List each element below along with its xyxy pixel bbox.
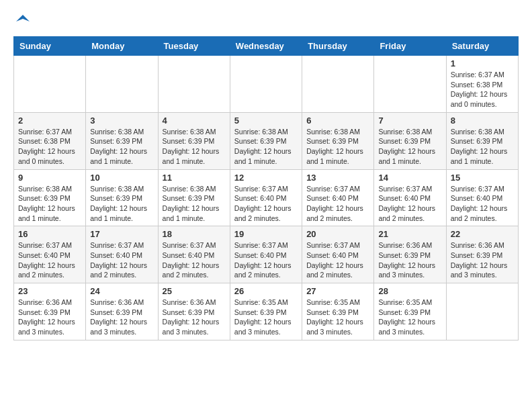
calendar-cell: 20Sunrise: 6:37 AMSunset: 6:40 PMDayligh… [302,226,374,283]
day-info: Sunrise: 6:38 AMSunset: 6:39 PMDaylight:… [163,127,226,167]
calendar-cell: 21Sunrise: 6:36 AMSunset: 6:39 PMDayligh… [374,226,446,283]
day-info: Sunrise: 6:38 AMSunset: 6:39 PMDaylight:… [90,127,153,167]
day-number: 10 [90,173,153,183]
calendar-cell: 5Sunrise: 6:38 AMSunset: 6:39 PMDaylight… [230,112,302,169]
day-number: 26 [234,286,298,296]
day-info: Sunrise: 6:35 AMSunset: 6:39 PMDaylight:… [378,298,441,337]
calendar-cell: 6Sunrise: 6:38 AMSunset: 6:39 PMDaylight… [302,112,374,169]
day-number: 28 [378,286,441,296]
day-number: 2 [18,116,81,126]
calendar-cell [446,283,518,340]
logo-icon [15,13,31,30]
calendar-cell: 10Sunrise: 6:38 AMSunset: 6:39 PMDayligh… [86,169,158,226]
day-number: 9 [18,173,81,183]
day-info: Sunrise: 6:38 AMSunset: 6:39 PMDaylight:… [234,127,298,167]
day-number: 21 [378,229,441,239]
calendar-cell [302,56,374,113]
calendar-cell: 12Sunrise: 6:37 AMSunset: 6:40 PMDayligh… [230,169,302,226]
day-number: 12 [234,173,298,183]
day-number: 1 [451,58,514,68]
calendar-cell: 15Sunrise: 6:37 AMSunset: 6:40 PMDayligh… [446,169,518,226]
day-number: 14 [378,173,441,183]
day-number: 6 [306,116,369,126]
calendar-cell: 7Sunrise: 6:38 AMSunset: 6:39 PMDaylight… [374,112,446,169]
day-number: 3 [90,116,153,126]
calendar-cell: 27Sunrise: 6:35 AMSunset: 6:39 PMDayligh… [302,283,374,340]
day-number: 24 [90,286,153,296]
calendar-header-monday: Monday [86,37,158,56]
calendar-cell: 13Sunrise: 6:37 AMSunset: 6:40 PMDayligh… [302,169,374,226]
day-info: Sunrise: 6:38 AMSunset: 6:39 PMDaylight:… [163,184,226,224]
day-info: Sunrise: 6:38 AMSunset: 6:39 PMDaylight:… [90,184,153,224]
day-number: 11 [163,173,226,183]
calendar-week-row: 2Sunrise: 6:37 AMSunset: 6:38 PMDaylight… [14,112,519,169]
day-info: Sunrise: 6:36 AMSunset: 6:39 PMDaylight:… [18,298,81,337]
day-number: 15 [451,173,514,183]
calendar-cell: 18Sunrise: 6:37 AMSunset: 6:40 PMDayligh… [158,226,230,283]
day-number: 27 [306,286,369,296]
calendar-cell: 17Sunrise: 6:37 AMSunset: 6:40 PMDayligh… [86,226,158,283]
day-info: Sunrise: 6:37 AMSunset: 6:40 PMDaylight:… [234,184,298,224]
calendar-cell: 23Sunrise: 6:36 AMSunset: 6:39 PMDayligh… [14,283,86,340]
logo [13,13,31,30]
calendar-cell [14,56,86,113]
day-number: 4 [163,116,226,126]
calendar-week-row: 16Sunrise: 6:37 AMSunset: 6:40 PMDayligh… [14,226,519,283]
calendar-cell [158,56,230,113]
day-number: 5 [234,116,298,126]
day-number: 13 [306,173,369,183]
day-info: Sunrise: 6:37 AMSunset: 6:40 PMDaylight:… [18,240,81,280]
calendar-cell: 24Sunrise: 6:36 AMSunset: 6:39 PMDayligh… [86,283,158,340]
day-number: 25 [163,286,226,296]
calendar-cell [230,56,302,113]
day-number: 20 [306,229,369,239]
calendar-cell: 26Sunrise: 6:35 AMSunset: 6:39 PMDayligh… [230,283,302,340]
day-info: Sunrise: 6:37 AMSunset: 6:40 PMDaylight:… [451,184,514,224]
calendar-header-sunday: Sunday [14,37,86,56]
day-info: Sunrise: 6:38 AMSunset: 6:39 PMDaylight:… [451,127,514,167]
calendar-cell: 9Sunrise: 6:38 AMSunset: 6:39 PMDaylight… [14,169,86,226]
day-info: Sunrise: 6:35 AMSunset: 6:39 PMDaylight:… [234,298,298,337]
day-info: Sunrise: 6:38 AMSunset: 6:39 PMDaylight:… [306,127,369,167]
calendar-cell: 3Sunrise: 6:38 AMSunset: 6:39 PMDaylight… [86,112,158,169]
day-info: Sunrise: 6:37 AMSunset: 6:40 PMDaylight:… [90,240,153,280]
calendar-header-row: SundayMondayTuesdayWednesdayThursdayFrid… [14,37,519,56]
day-number: 23 [18,286,81,296]
calendar-table: SundayMondayTuesdayWednesdayThursdayFrid… [13,36,519,340]
day-number: 17 [90,229,153,239]
calendar-cell: 19Sunrise: 6:37 AMSunset: 6:40 PMDayligh… [230,226,302,283]
day-info: Sunrise: 6:37 AMSunset: 6:40 PMDaylight:… [234,240,298,280]
day-info: Sunrise: 6:36 AMSunset: 6:39 PMDaylight:… [451,240,514,280]
calendar-header-tuesday: Tuesday [158,37,230,56]
day-info: Sunrise: 6:36 AMSunset: 6:39 PMDaylight:… [90,298,153,337]
day-info: Sunrise: 6:37 AMSunset: 6:40 PMDaylight:… [306,240,369,280]
calendar-header-saturday: Saturday [446,37,518,56]
day-info: Sunrise: 6:37 AMSunset: 6:40 PMDaylight:… [306,184,369,224]
svg-marker-0 [16,15,30,21]
calendar-cell: 25Sunrise: 6:36 AMSunset: 6:39 PMDayligh… [158,283,230,340]
page-header [13,13,519,30]
calendar-header-wednesday: Wednesday [230,37,302,56]
calendar-cell: 14Sunrise: 6:37 AMSunset: 6:40 PMDayligh… [374,169,446,226]
day-number: 19 [234,229,298,239]
calendar-cell: 22Sunrise: 6:36 AMSunset: 6:39 PMDayligh… [446,226,518,283]
day-info: Sunrise: 6:38 AMSunset: 6:39 PMDaylight:… [18,184,81,224]
calendar-cell: 4Sunrise: 6:38 AMSunset: 6:39 PMDaylight… [158,112,230,169]
day-number: 8 [451,116,514,126]
calendar-header-thursday: Thursday [302,37,374,56]
day-info: Sunrise: 6:37 AMSunset: 6:38 PMDaylight:… [451,70,514,109]
calendar-cell: 8Sunrise: 6:38 AMSunset: 6:39 PMDaylight… [446,112,518,169]
day-info: Sunrise: 6:36 AMSunset: 6:39 PMDaylight:… [378,240,441,280]
calendar-cell [374,56,446,113]
day-info: Sunrise: 6:35 AMSunset: 6:39 PMDaylight:… [306,298,369,337]
day-number: 22 [451,229,514,239]
day-info: Sunrise: 6:37 AMSunset: 6:40 PMDaylight:… [378,184,441,224]
calendar-header-friday: Friday [374,37,446,56]
calendar-cell: 16Sunrise: 6:37 AMSunset: 6:40 PMDayligh… [14,226,86,283]
calendar-week-row: 1Sunrise: 6:37 AMSunset: 6:38 PMDaylight… [14,56,519,113]
calendar-cell: 2Sunrise: 6:37 AMSunset: 6:38 PMDaylight… [14,112,86,169]
day-info: Sunrise: 6:36 AMSunset: 6:39 PMDaylight:… [163,298,226,337]
day-number: 7 [378,116,441,126]
day-number: 16 [18,229,81,239]
calendar-cell: 11Sunrise: 6:38 AMSunset: 6:39 PMDayligh… [158,169,230,226]
